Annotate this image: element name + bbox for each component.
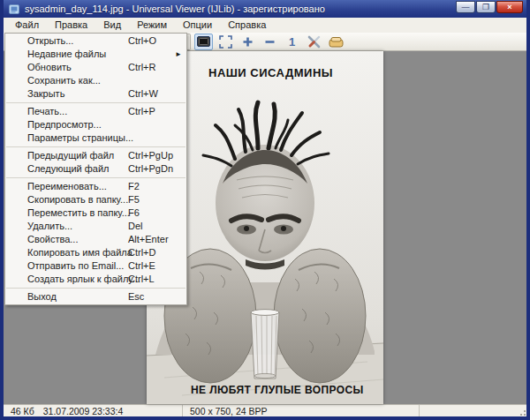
file-menu-item-5[interactable]: ЗакрытьCtrl+W — [5, 87, 186, 101]
file-menu-item-1[interactable]: Открыть...Ctrl+O — [5, 34, 186, 48]
menu-bar: ФайлПравкаВидРежимОпцииСправка — [4, 18, 526, 33]
status-bar: 46 Кб 31.07.2009 23:33:4 500 x 750, 24 B… — [4, 404, 526, 416]
app-window: sysadmin_day_114.jpg - Universal Viewer … — [0, 0, 530, 420]
file-timestamp: 31.07.2009 23:33:4 — [43, 406, 124, 416]
minus-icon — [264, 36, 276, 48]
package-button[interactable] — [327, 34, 345, 50]
menubar-item-6[interactable]: Справка — [220, 19, 274, 32]
file-menu-item-4[interactable]: Сохранить как... — [5, 74, 186, 87]
menu-separator — [6, 177, 186, 178]
maximize-button[interactable]: ❐ — [476, 1, 496, 13]
file-menu-item-19[interactable]: ВыходEsc — [5, 290, 186, 304]
status-file-info: 46 Кб 31.07.2009 23:33:4 — [4, 405, 183, 416]
crossed-tools-icon — [307, 35, 322, 49]
zoom-out-button[interactable] — [261, 34, 279, 50]
one-to-one-icon: 1 — [289, 36, 295, 48]
window-title: sysadmin_day_114.jpg - Universal Viewer … — [25, 4, 325, 14]
fit-to-window-icon — [197, 36, 210, 47]
toolbar-button-group: 1 — [185, 34, 345, 50]
file-menu-item-10[interactable]: Следующий файлCtrl+PgDn — [5, 162, 186, 176]
actual-size-button[interactable]: 1 — [283, 34, 301, 50]
menu-separator — [6, 288, 186, 289]
menubar-item-2[interactable]: Правка — [47, 19, 95, 32]
resize-grip-icon[interactable] — [518, 408, 526, 416]
plus-icon — [242, 36, 254, 48]
file-menu-item-12[interactable]: Скопировать в папку...F5 — [5, 193, 186, 206]
file-menu-dropdown: Открыть...Ctrl+OНедавние файлы►ОбновитьC… — [4, 33, 187, 305]
title-bar: sysadmin_day_114.jpg - Universal Viewer … — [4, 0, 526, 18]
status-extra-panel — [420, 405, 526, 416]
menubar-item-5[interactable]: Опции — [175, 19, 220, 32]
file-menu-item-8[interactable]: Параметры страницы... — [5, 131, 186, 145]
fullscreen-button[interactable] — [216, 34, 235, 50]
menubar-item-4[interactable]: Режим — [129, 19, 175, 32]
box-icon — [329, 36, 344, 48]
file-size: 46 Кб — [11, 406, 34, 416]
file-menu-item-6[interactable]: Печать...Ctrl+P — [5, 105, 186, 118]
image-caption-bottom: НЕ ЛЮБЯТ ГЛУПЫЕ ВОПРОСЫ — [191, 384, 364, 396]
file-menu-item-3[interactable]: ОбновитьCtrl+R — [5, 61, 186, 74]
zoom-in-button[interactable] — [238, 34, 257, 50]
app-icon — [9, 4, 20, 15]
menu-separator — [6, 146, 186, 147]
fit-to-window-button[interactable] — [194, 34, 213, 50]
file-menu-item-14[interactable]: Удалить...Del — [5, 220, 186, 233]
minimize-button[interactable]: — — [456, 1, 475, 13]
file-menu-item-15[interactable]: Свойства...Alt+Enter — [5, 233, 186, 246]
file-menu-item-13[interactable]: Переместить в папку...F6 — [5, 206, 186, 220]
fullscreen-icon — [219, 35, 232, 49]
file-menu-item-17[interactable]: Отправить по Email...Ctrl+E — [5, 259, 186, 273]
window-controls: — ❐ × — [456, 0, 523, 13]
submenu-arrow-icon: ► — [175, 48, 182, 61]
file-menu-item-18[interactable]: Создать ярлык к файлу...Ctrl+L — [5, 273, 186, 286]
image-caption-top: НАШИ СИСАДМИНЫ — [208, 66, 333, 79]
status-image-dimensions: 500 x 750, 24 BPP — [183, 405, 420, 416]
file-menu-item-9[interactable]: Предыдущий файлCtrl+PgUp — [5, 149, 186, 162]
file-menu-item-2[interactable]: Недавние файлы► — [5, 48, 186, 61]
tools-options-button[interactable] — [305, 34, 323, 50]
menubar-item-3[interactable]: Вид — [95, 19, 129, 32]
close-button[interactable]: × — [496, 1, 523, 13]
file-menu-item-7[interactable]: Предпросмотр... — [5, 118, 186, 131]
file-menu-item-16[interactable]: Копировать имя файлаCtrl+D — [5, 246, 186, 259]
menu-separator — [6, 102, 186, 103]
file-menu-item-11[interactable]: Переименовать...F2 — [5, 180, 186, 193]
menubar-item-1[interactable]: Файл — [7, 19, 47, 32]
